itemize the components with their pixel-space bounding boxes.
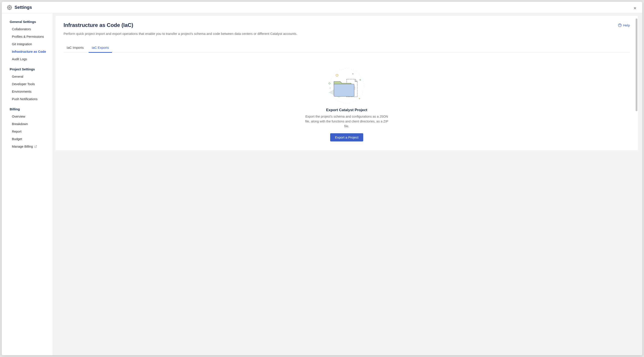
sidebar-item-overview[interactable]: Overview xyxy=(2,113,53,120)
modal-title: Settings xyxy=(14,5,32,10)
close-button[interactable] xyxy=(632,5,638,12)
sidebar-item-general[interactable]: General xyxy=(2,73,53,80)
help-link[interactable]: Help xyxy=(618,23,630,27)
sidebar-item-budget[interactable]: Budget xyxy=(2,135,53,143)
empty-state-title: Export Catalyst Project xyxy=(326,108,367,112)
content-wrapper: Infrastructure as Code (IaC) Help Perfor… xyxy=(53,13,642,355)
page-title: Infrastructure as Code (IaC) xyxy=(64,22,133,28)
sidebar-item-manage-billing[interactable]: Manage Billing xyxy=(2,143,53,150)
nav-section-header: General Settings xyxy=(2,19,53,25)
nav-section-header: Project Settings xyxy=(2,66,53,73)
sidebar-item-label: Manage Billing xyxy=(12,145,33,148)
sidebar-item-label: Audit Logs xyxy=(12,57,27,61)
tab-iac-exports[interactable]: IaC Exports xyxy=(89,44,112,53)
page-description: Perform quick project import and export … xyxy=(64,31,630,37)
svg-point-8 xyxy=(352,74,353,74)
sidebar-item-audit-logs[interactable]: Audit Logs xyxy=(2,55,53,63)
sidebar-item-label: Profiles & Permissions xyxy=(12,35,44,38)
sidebar-item-label: Developer Tools xyxy=(12,82,35,86)
gear-icon xyxy=(7,5,12,10)
settings-modal: Settings General SettingsCollaboratorsPr… xyxy=(2,2,642,355)
sidebar-item-git-integration[interactable]: Git Integration xyxy=(2,40,53,48)
empty-state: Export Catalyst Project Export the proje… xyxy=(64,66,630,141)
modal-header: Settings xyxy=(2,2,642,13)
sidebar-item-breakdown[interactable]: Breakdown xyxy=(2,120,53,128)
close-icon xyxy=(633,6,637,10)
svg-line-3 xyxy=(36,145,37,147)
empty-state-description: Export the project's schema and configur… xyxy=(305,114,388,129)
sidebar-item-label: Budget xyxy=(12,137,22,141)
sidebar-item-push-notifications[interactable]: Push Notifications xyxy=(2,95,53,103)
svg-point-0 xyxy=(9,7,10,8)
external-link-icon xyxy=(34,145,37,148)
help-icon xyxy=(618,23,622,27)
sidebar-item-developer-tools[interactable]: Developer Tools xyxy=(2,80,53,88)
sidebar-item-label: Overview xyxy=(12,115,25,118)
nav-section-header: Billing xyxy=(2,106,53,113)
svg-point-7 xyxy=(336,74,338,76)
tab-iac-imports[interactable]: IaC Imports xyxy=(64,44,87,53)
sidebar-item-label: Environments xyxy=(12,90,32,93)
sidebar-item-label: Collaborators xyxy=(12,27,31,31)
export-project-button[interactable]: Export a Project xyxy=(330,133,364,141)
help-label: Help xyxy=(623,23,630,27)
tabs: IaC ImportsIaC Exports xyxy=(64,44,630,53)
content-card: Infrastructure as Code (IaC) Help Perfor… xyxy=(56,16,638,150)
sidebar-item-label: General xyxy=(12,75,24,78)
sidebar-item-label: Report xyxy=(12,130,22,133)
sidebar-item-label: Git Integration xyxy=(12,42,32,46)
page-header-row: Infrastructure as Code (IaC) Help xyxy=(64,22,630,28)
sidebar-item-collaborators[interactable]: Collaborators xyxy=(2,25,53,33)
modal-body: General SettingsCollaboratorsProfiles & … xyxy=(2,13,642,355)
export-illustration xyxy=(325,66,369,104)
sidebar-item-label: Breakdown xyxy=(12,122,28,126)
settings-sidebar: General SettingsCollaboratorsProfiles & … xyxy=(2,13,53,355)
sidebar-item-report[interactable]: Report xyxy=(2,128,53,135)
sidebar-item-infrastructure-as-code[interactable]: Infrastructure as Code xyxy=(2,48,53,55)
sidebar-item-environments[interactable]: Environments xyxy=(2,88,53,95)
sidebar-item-profiles-permissions[interactable]: Profiles & Permissions xyxy=(2,33,53,40)
sidebar-item-label: Infrastructure as Code xyxy=(12,50,46,53)
scrollbar-thumb[interactable] xyxy=(636,19,638,111)
sidebar-item-label: Push Notifications xyxy=(12,97,38,101)
